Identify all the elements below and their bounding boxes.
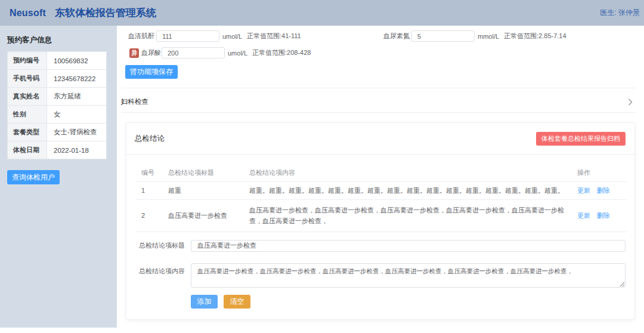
field-blood-urea-nitrogen: 血尿素氮 mmol/L 正常值范围:2.85-7.14 <box>383 30 566 42</box>
conclusion-content-label: 总检结论项内容 <box>139 263 185 276</box>
table-row: 预约编号 100569832 <box>8 52 107 70</box>
row-label: 套餐类型 <box>8 124 47 141</box>
conclusion-card: 总检结论 体检套餐总检结果报告归档 编号 总检结论项标题 总检结论项内容 操作 <box>126 122 635 320</box>
update-link[interactable]: 更新 <box>577 187 590 194</box>
app-root: Neusoft 东软体检报告管理系统 医生: 张仲景 预约客户信息 预约编号 1… <box>0 0 644 333</box>
cell-id: 2 <box>135 199 162 232</box>
field-label: 血清肌酐 <box>128 32 154 41</box>
row-label: 手机号码 <box>8 70 47 88</box>
row-value: 女士-肾病检查 <box>47 124 107 141</box>
field-unit: umol/L <box>222 33 242 40</box>
update-link[interactable]: 更新 <box>577 212 590 219</box>
cell-content: 血压高要进一步检查，血压高要进一步检查，血压高要进一步检查，血压高要进一步检查，… <box>243 199 571 232</box>
brand: Neusoft 东软体检报告管理系统 <box>10 6 156 20</box>
row-label: 预约编号 <box>8 52 47 70</box>
field-unit: umol/L <box>228 50 247 57</box>
customer-info-table: 预约编号 100569832 手机号码 12345678222 真实姓名 东方延… <box>7 51 107 159</box>
delete-link[interactable]: 删除 <box>597 212 610 219</box>
table-row: 套餐类型 女士-肾病检查 <box>8 124 107 141</box>
conclusion-card-header: 总检结论 体检套餐总检结果报告归档 <box>126 123 634 155</box>
chevron-right-icon <box>628 98 633 106</box>
field-normal-range: 正常值范围:2.85-7.14 <box>504 32 566 41</box>
field-label: 血尿素氮 <box>383 32 410 41</box>
row-value: 东方延绪 <box>47 88 107 106</box>
field-normal-range: 正常值范围:41-111 <box>247 32 301 41</box>
row-label: 真实姓名 <box>8 88 47 106</box>
conclusion-content-form-row: 总检结论项内容 <box>135 263 626 288</box>
row-value: 女 <box>47 106 107 124</box>
conclusion-row: 1 超重 超重。超重。超重。超重。超重。超重。超重。超重。超重。超重。超重。超重… <box>135 181 627 199</box>
row-value: 12345678222 <box>47 70 107 88</box>
archive-report-button[interactable]: 体检套餐总检结果报告归档 <box>536 132 626 146</box>
abnormal-badge: 异 <box>129 48 139 58</box>
gynecology-collapse-header[interactable]: 妇科检查 <box>121 88 635 113</box>
table-row: 真实姓名 东方延绪 <box>8 88 107 106</box>
cell-content: 超重。超重。超重。超重。超重。超重。超重。超重。超重。超重。超重。超重。超重。超… <box>243 181 571 199</box>
brand-logo-text: Neusoft <box>10 8 46 18</box>
app-header: Neusoft 东软体检报告管理系统 医生: 张仲景 <box>0 0 644 26</box>
table-row: 手机号码 12345678222 <box>8 70 107 88</box>
cell-title: 血压高要进一步检查 <box>162 199 243 232</box>
blood-uric-acid-input[interactable] <box>162 47 225 58</box>
kidney-function-panel: 血清肌酐 umol/L 正常值范围:41-111 血尿素氮 mmol/L 正常值… <box>121 26 635 88</box>
field-blood-uric-acid: 异 血尿酸 umol/L 正常值范围:208-428 <box>129 47 311 58</box>
serum-creatinine-input[interactable] <box>156 30 219 42</box>
column-header-actions: 操作 <box>571 165 627 181</box>
sidebar-title: 预约客户信息 <box>7 35 117 45</box>
field-serum-creatinine: 血清肌酐 umol/L 正常值范围:41-111 <box>128 30 301 42</box>
cell-actions: 更新删除 <box>571 181 627 199</box>
conclusion-title: 总检结论 <box>135 134 165 144</box>
sidebar: 预约客户信息 预约编号 100569832 手机号码 12345678222 真… <box>0 26 117 328</box>
body-columns: 预约客户信息 预约编号 100569832 手机号码 12345678222 真… <box>0 26 644 333</box>
column-header-id: 编号 <box>135 165 162 181</box>
conclusion-title-form-row: 总检结论项标题 <box>135 240 626 252</box>
conclusion-row: 2 血压高要进一步检查 血压高要进一步检查，血压高要进一步检查，血压高要进一步检… <box>135 199 627 232</box>
add-button[interactable]: 添加 <box>191 295 218 309</box>
field-label: 血尿酸 <box>141 48 161 57</box>
row-label: 性别 <box>8 106 47 124</box>
cell-title: 超重 <box>162 181 243 199</box>
row-label: 体检日期 <box>8 141 47 159</box>
kidney-save-button[interactable]: 肾功能项保存 <box>125 65 178 79</box>
conclusion-form-buttons: 添加 清空 <box>191 295 626 309</box>
column-header-content: 总检结论项内容 <box>243 165 571 181</box>
conclusion-table: 编号 总检结论项标题 总检结论项内容 操作 1 超重 超重。超重。超重。超重。超… <box>135 165 627 232</box>
row-value: 100569832 <box>47 52 107 70</box>
app-title: 东软体检报告管理系统 <box>55 6 156 20</box>
query-user-button[interactable]: 查询体检用户 <box>7 170 60 184</box>
cell-actions: 更新删除 <box>571 199 627 232</box>
conclusion-table-header-row: 编号 总检结论项标题 总检结论项内容 操作 <box>135 165 627 181</box>
main-content: 血清肌酐 umol/L 正常值范围:41-111 血尿素氮 mmol/L 正常值… <box>117 26 644 320</box>
delete-link[interactable]: 删除 <box>597 187 610 194</box>
clear-button[interactable]: 清空 <box>224 295 250 309</box>
cell-id: 1 <box>135 181 162 199</box>
conclusion-title-input[interactable] <box>191 240 626 252</box>
row-value: 2022-01-18 <box>47 141 107 159</box>
gynecology-collapse-title: 妇科检查 <box>121 97 148 106</box>
conclusion-card-body: 编号 总检结论项标题 总检结论项内容 操作 1 超重 超重。超重。超重。超重。超… <box>126 155 634 319</box>
column-header-title: 总检结论项标题 <box>162 165 243 181</box>
blood-urea-nitrogen-input[interactable] <box>411 30 475 42</box>
field-unit: mmol/L <box>478 33 499 40</box>
doctor-label: 医生: 张仲景 <box>600 8 640 18</box>
table-row: 体检日期 2022-01-18 <box>8 141 107 159</box>
conclusion-content-textarea[interactable] <box>191 263 626 288</box>
field-normal-range: 正常值范围:208-428 <box>252 48 311 57</box>
conclusion-title-label: 总检结论项标题 <box>139 241 185 250</box>
table-row: 性别 女 <box>8 106 107 124</box>
